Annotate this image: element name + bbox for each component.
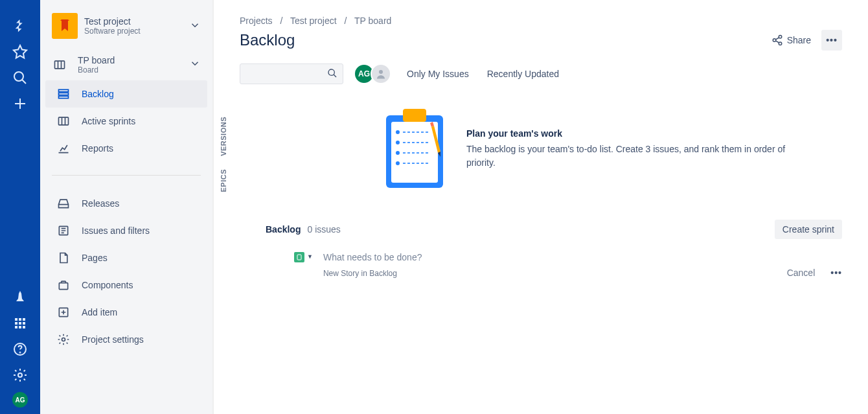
board-switcher[interactable]: TP board Board: [45, 49, 207, 80]
components-icon: [56, 277, 71, 293]
svg-rect-7: [15, 326, 17, 328]
svg-point-32: [419, 109, 423, 113]
page-title: Backlog: [240, 31, 766, 49]
backlog-issue-count: 0 issues: [307, 224, 340, 235]
svg-rect-2: [19, 318, 21, 321]
board-sub: Board: [78, 65, 189, 75]
settings-icon[interactable]: [7, 362, 33, 388]
sidebar-item-issues-filters[interactable]: Issues and filters: [45, 217, 207, 244]
issues-icon: [56, 223, 71, 238]
sidebar-item-add-item[interactable]: Add item: [45, 299, 207, 326]
versions-tab[interactable]: VERSIONS: [217, 110, 230, 163]
releases-icon: [56, 196, 71, 211]
sidebar-item-active-sprints[interactable]: Active sprints: [45, 108, 207, 135]
breadcrumb-board[interactable]: TP board: [354, 16, 391, 26]
main-content: Projects / Test project / TP board Backl…: [214, 0, 868, 414]
svg-rect-14: [59, 89, 69, 91]
jira-logo-icon[interactable]: [7, 13, 33, 39]
sidebar-label: Issues and filters: [82, 225, 201, 236]
user-avatar[interactable]: AG: [12, 392, 28, 408]
sidebar-label: Components: [82, 280, 201, 290]
sidebar-item-backlog[interactable]: Backlog: [45, 80, 207, 108]
issue-type-dropdown[interactable]: ▼: [307, 253, 313, 260]
avatar-unassigned[interactable]: [371, 63, 391, 84]
svg-point-25: [328, 69, 334, 75]
breadcrumb: Projects / Test project / TP board: [240, 16, 842, 26]
search-icon[interactable]: [7, 65, 33, 91]
epics-tab[interactable]: EPICS: [217, 163, 230, 199]
help-icon[interactable]: [7, 336, 33, 362]
svg-rect-17: [59, 117, 69, 125]
filter-only-my-issues[interactable]: Only My Issues: [407, 69, 469, 79]
sidebar-label: Project settings: [82, 334, 201, 345]
reports-icon: [56, 141, 71, 156]
svg-point-33: [396, 130, 400, 134]
project-switcher[interactable]: Test project Software project: [45, 13, 207, 44]
assignee-filter: AG: [354, 63, 391, 84]
chevron-down-icon: [189, 19, 201, 33]
project-avatar-icon: [52, 13, 78, 39]
breadcrumb-projects[interactable]: Projects: [240, 16, 273, 26]
empty-state-title: Plan your team's work: [466, 128, 790, 139]
svg-rect-1: [15, 318, 17, 321]
share-label: Share: [787, 35, 811, 45]
pages-icon: [56, 250, 71, 266]
share-button[interactable]: Share: [766, 30, 816, 50]
app-switcher-icon[interactable]: [7, 310, 33, 336]
sidebar-label: Backlog: [82, 89, 201, 99]
sidebar-label: Add item: [82, 307, 201, 317]
star-icon[interactable]: [7, 39, 33, 65]
cancel-button[interactable]: Cancel: [787, 268, 816, 278]
svg-rect-16: [59, 96, 69, 98]
svg-rect-4: [15, 322, 17, 325]
svg-point-23: [773, 39, 776, 42]
issue-more-button[interactable]: •••: [830, 268, 842, 278]
sidebar-item-pages[interactable]: Pages: [45, 244, 207, 271]
svg-rect-13: [55, 61, 65, 69]
sidebar-item-project-settings[interactable]: Project settings: [45, 326, 207, 353]
sidebar-item-releases[interactable]: Releases: [45, 190, 207, 217]
clipboard-illustration: [382, 106, 447, 191]
svg-rect-15: [59, 93, 69, 95]
create-sprint-button[interactable]: Create sprint: [775, 220, 842, 239]
svg-rect-41: [297, 255, 301, 260]
sidebar-item-reports[interactable]: Reports: [45, 135, 207, 162]
search-field[interactable]: [246, 69, 327, 79]
sidebar-label: Active sprints: [82, 116, 201, 126]
svg-point-21: [62, 338, 65, 341]
backlog-section-title: Backlog: [266, 224, 301, 235]
svg-rect-6: [23, 322, 25, 325]
svg-point-24: [779, 42, 782, 45]
settings-icon: [56, 332, 71, 347]
empty-state: Plan your team's work The backlog is you…: [266, 100, 842, 204]
project-name: Test project: [84, 16, 189, 27]
project-sidebar: Test project Software project TP board B…: [40, 0, 214, 414]
empty-state-body: The backlog is your team's to-do list. C…: [466, 143, 790, 169]
svg-point-22: [779, 36, 782, 39]
svg-rect-5: [19, 322, 21, 325]
issue-create-hint: New Story in Backlog: [323, 269, 787, 278]
search-icon: [327, 68, 337, 80]
issue-type-icon[interactable]: [294, 252, 304, 262]
svg-rect-9: [23, 326, 25, 328]
svg-point-30: [406, 109, 410, 113]
search-input[interactable]: [240, 63, 343, 84]
sprints-icon: [56, 113, 71, 129]
svg-point-26: [379, 70, 383, 74]
sidebar-label: Pages: [82, 253, 201, 263]
add-item-icon: [56, 305, 71, 320]
notification-icon[interactable]: [7, 284, 33, 310]
sidebar-label: Releases: [82, 198, 201, 209]
issue-summary-input[interactable]: [323, 249, 787, 265]
more-button[interactable]: •••: [821, 30, 842, 51]
svg-point-0: [14, 72, 23, 81]
sidebar-label: Reports: [82, 143, 201, 154]
svg-point-39: [396, 161, 400, 165]
sidebar-item-components[interactable]: Components: [45, 271, 207, 299]
svg-point-12: [18, 373, 22, 377]
svg-rect-19: [59, 283, 67, 290]
svg-point-31: [413, 109, 417, 113]
filter-recently-updated[interactable]: Recently Updated: [487, 69, 559, 79]
breadcrumb-project[interactable]: Test project: [290, 16, 337, 26]
plus-icon[interactable]: [7, 91, 33, 117]
